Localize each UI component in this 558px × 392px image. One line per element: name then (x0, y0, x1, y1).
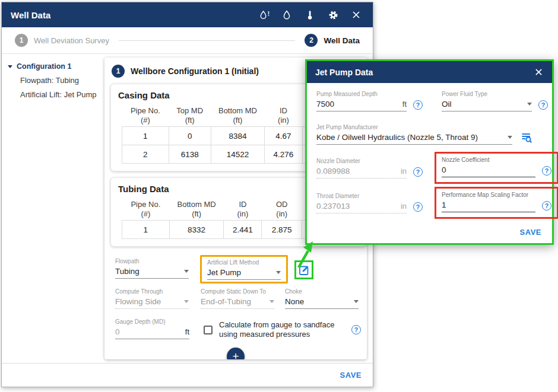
performance-map-scaling-input[interactable]: Performance Map Scaling Factor 1 (442, 192, 535, 212)
column-header: ID(in) (224, 199, 262, 221)
throat-diameter-unit: in (397, 202, 407, 211)
nozzle-diameter-value: 0.089988 (316, 167, 350, 176)
close-icon[interactable] (351, 9, 362, 20)
fluid-icon[interactable] (281, 9, 292, 20)
tree-node-flowpath[interactable]: Flowpath: Tubing (2, 76, 103, 85)
fluid-alert-icon[interactable]: ! (258, 9, 269, 20)
nozzle-coefficient-label: Nozzle Coefficient (442, 157, 535, 163)
cell-bottom-md[interactable]: 8384 (211, 127, 265, 145)
compute-through-label: Compute Through (115, 288, 189, 295)
flowpath-label: Flowpath (115, 258, 189, 264)
help-icon[interactable] (542, 201, 551, 211)
chevron-down-icon (184, 300, 189, 303)
compute-row: Compute Through Flowing Side Compute Sta… (110, 288, 361, 309)
chevron-down-icon (508, 136, 512, 139)
step-1-label[interactable]: Well Deviation Survey (34, 36, 109, 45)
add-configuration-button[interactable]: + (227, 348, 245, 359)
manufacturer-value: Kobe / Oilwell Hydraulics (Nozzle 5, Thr… (316, 133, 478, 142)
edit-artificial-lift-button[interactable] (297, 263, 310, 276)
power-fluid-type-select[interactable]: Power Fluid Type Oil (442, 91, 532, 111)
nozzle-coefficient-input[interactable]: Nozzle Coefficient 0 (442, 157, 535, 177)
column-header: Pipe No.(#) (122, 105, 169, 127)
performance-map-value: 1 (442, 200, 446, 209)
artificial-lift-value: Jet Pump (207, 268, 241, 277)
screen: Well Data ! 1 (0, 0, 558, 392)
configuration-tree: Configuration 1 Flowpath: Tubing Artific… (2, 54, 103, 363)
cell-pipe-no[interactable]: 2 (122, 145, 169, 164)
cell-bottom-md[interactable]: 14522 (211, 145, 265, 164)
cell-bottom-md[interactable]: 8332 (169, 221, 224, 239)
cell-id[interactable]: 4.276 (265, 145, 302, 164)
close-icon[interactable] (533, 67, 544, 78)
config-title: Wellbore Configuration 1 (Initial) (131, 66, 259, 76)
choke-label: Choke (285, 288, 359, 295)
config-step-circle: 1 (112, 65, 125, 78)
step-2-circle[interactable]: 2 (305, 34, 318, 47)
gauge-row: Gauge Depth (MD) 0ft Calculate from gaug… (110, 318, 361, 339)
flowpath-value: Tubing (115, 267, 140, 276)
cell-od[interactable]: 2.875 (262, 221, 302, 239)
cell-top-md[interactable]: 6138 (169, 145, 211, 164)
window-footer: SAVE (2, 363, 373, 387)
red-annotation-box: Performance Map Scaling Factor 1 (435, 187, 558, 219)
compute-static-value: End-of-Tubing (201, 297, 251, 306)
column-header: Bottom MD(ft) (169, 199, 224, 221)
cell-top-md[interactable]: 0 (169, 127, 211, 145)
compute-static-select: Compute Static Down To End-of-Tubing (201, 288, 274, 309)
calc-gauge-checkbox-row: Calculate from gauge to sandface using m… (204, 320, 361, 339)
gauge-depth-input[interactable]: Gauge Depth (MD) 0ft (115, 318, 189, 339)
search-catalog-icon[interactable] (521, 132, 532, 144)
chevron-down-icon (8, 65, 12, 68)
tree-node-configuration-1[interactable]: Configuration 1 (2, 62, 103, 71)
cell-id[interactable]: 4.67 (265, 127, 302, 145)
nozzle-diameter-input: Nozzle Diameter 0.089988in (316, 158, 407, 179)
step-1-circle[interactable]: 1 (15, 34, 28, 47)
window-title: Well Data (11, 10, 258, 20)
cell-pipe-no[interactable]: 1 (122, 127, 169, 145)
help-icon[interactable] (413, 167, 423, 177)
dialog-save-button[interactable]: SAVE (520, 228, 541, 237)
artificial-lift-method-select[interactable]: Artificial Lift Method Jet Pump (207, 259, 281, 280)
wizard-stepper: 1 Well Deviation Survey 2 Well Data (2, 27, 373, 54)
chevron-down-icon (527, 103, 532, 106)
column-header: Pipe No.(#) (122, 199, 170, 221)
jet-pump-manufacturer-select[interactable]: Jet Pump Manufacturer Kobe / Oilwell Hyd… (316, 124, 512, 145)
throat-diameter-value: 0.237013 (316, 202, 350, 211)
dialog-row-3: Nozzle Diameter 0.089988in Nozzle Coeffi… (316, 152, 544, 179)
dialog-header: Jet Pump Data (307, 61, 552, 83)
column-header: Top MD(ft) (169, 105, 211, 127)
save-button[interactable]: SAVE (340, 371, 362, 380)
gauge-depth-value: 0 (115, 327, 120, 336)
flowpath-select[interactable]: Flowpath Tubing (115, 258, 189, 279)
choke-select[interactable]: Choke None (285, 288, 359, 309)
dialog-footer: SAVE (316, 228, 544, 243)
nozzle-coefficient-value: 0 (442, 165, 446, 174)
help-icon[interactable] (413, 100, 423, 110)
step-2-label[interactable]: Well Data (324, 36, 360, 45)
nozzle-diameter-unit: in (397, 167, 407, 176)
column-header: Bottom MD(ft) (211, 105, 265, 127)
cell-pipe-no[interactable]: 1 (122, 221, 170, 239)
cell-id[interactable]: 2.441 (224, 221, 262, 239)
manufacturer-label: Jet Pump Manufacturer (316, 124, 512, 130)
dialog-title: Jet Pump Data (315, 68, 533, 77)
chevron-down-icon (270, 300, 274, 303)
power-fluid-value: Oil (442, 100, 452, 109)
thermometer-icon[interactable] (305, 9, 315, 20)
pump-measured-depth-input[interactable]: Pump Measured Depth 7500ft (316, 91, 407, 111)
calc-gauge-checkbox[interactable] (204, 326, 213, 334)
tree-node-artificial-lift[interactable]: Artificial Lift: Jet Pump (2, 90, 103, 99)
help-icon[interactable] (413, 202, 423, 212)
help-icon[interactable] (538, 100, 548, 110)
red-annotation-box: Nozzle Coefficient 0 (435, 152, 558, 184)
gauge-depth-unit: ft (182, 327, 189, 336)
dialog-body: Pump Measured Depth 7500ft Power Fluid T… (307, 83, 552, 243)
settings-gear-icon[interactable] (328, 9, 338, 20)
help-icon[interactable] (542, 166, 551, 176)
chevron-down-icon (276, 271, 281, 274)
help-icon[interactable] (351, 325, 361, 334)
compute-through-value: Flowing Side (115, 297, 161, 306)
stepper-connector (119, 40, 296, 41)
compute-through-select: Compute Through Flowing Side (115, 288, 189, 309)
choke-value: None (285, 297, 304, 306)
